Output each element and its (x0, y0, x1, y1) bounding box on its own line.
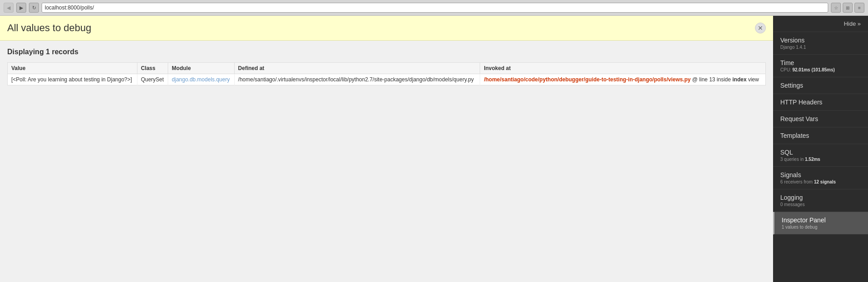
sidebar-label-templates: Templates (780, 132, 861, 139)
module-link[interactable]: django.db.models.query (172, 76, 230, 83)
sidebar: Hide » Versions Django 1.4.1 Time CPU: 9… (773, 16, 868, 282)
sidebar-label-request-vars: Request Vars (780, 115, 861, 122)
sidebar-label-time: Time (780, 59, 861, 66)
sidebar-sub-sql: 3 queries in 1.52ms (780, 157, 861, 162)
sidebar-sub-inspector-panel: 1 values to debug (782, 225, 861, 230)
sidebar-sub-logging: 0 messages (780, 202, 861, 207)
hide-button[interactable]: Hide » (773, 16, 868, 32)
sql-value: 1.52ms (805, 157, 820, 162)
signals-prefix: 6 receivers from (780, 179, 814, 184)
back-button[interactable]: ◀ (4, 3, 14, 13)
invoked-at-view-label: view (748, 76, 759, 83)
time-value: 92.01ms (101.85ms) (793, 67, 835, 72)
sidebar-label-signals: Signals (780, 171, 861, 179)
page-title: All values to debug (7, 22, 91, 34)
col-header-module: Module (168, 63, 235, 74)
sidebar-label-http-headers: HTTP Headers (780, 99, 861, 106)
refresh-button[interactable]: ↻ (29, 3, 39, 13)
menu-button[interactable]: ≡ (854, 3, 864, 13)
sidebar-label-settings: Settings (780, 82, 861, 89)
invoked-at-function: index (732, 76, 746, 83)
refresh-icon: ↻ (32, 5, 36, 11)
bookmark-icon: ⊞ (846, 5, 849, 10)
content-area: All values to debug ✕ Displaying 1 recor… (0, 16, 773, 282)
close-button[interactable]: ✕ (755, 23, 766, 33)
sidebar-label-sql: SQL (780, 149, 861, 156)
star-button[interactable]: ☆ (831, 3, 841, 13)
page-body: Displaying 1 records Value Class Module … (0, 41, 773, 282)
cell-module: django.db.models.query (168, 74, 235, 85)
col-header-invoked-at: Invoked at (480, 63, 766, 74)
sidebar-sub-signals: 6 receivers from 12 signals (780, 179, 861, 184)
url-text: localhost:8000/polls/ (45, 5, 94, 11)
sidebar-sub-versions: Django 1.4.1 (780, 45, 861, 50)
page-header: All values to debug ✕ (0, 16, 773, 41)
sidebar-item-time[interactable]: Time CPU: 92.01ms (101.85ms) (773, 55, 868, 77)
invoked-path[interactable]: /home/santiago/code/python/debugger/guid… (484, 76, 690, 83)
invoked-at-separator: @ line (692, 76, 709, 83)
cell-value: [<Poll: Are you learning about testing i… (8, 74, 137, 85)
address-bar[interactable]: localhost:8000/polls/ (42, 3, 828, 13)
star-icon: ☆ (834, 5, 838, 10)
sql-prefix: 3 queries in (780, 157, 805, 162)
sidebar-sub-time: CPU: 92.01ms (101.85ms) (780, 67, 861, 72)
sidebar-item-templates[interactable]: Templates (773, 127, 868, 144)
time-prefix: CPU: (780, 67, 793, 72)
sidebar-item-signals[interactable]: Signals 6 receivers from 12 signals (773, 167, 868, 189)
browser-chrome: ◀ ▶ ↻ localhost:8000/polls/ ☆ ⊞ ≡ (0, 0, 868, 16)
debug-table: Value Class Module Defined at Invoked at… (7, 62, 766, 85)
cell-class: QuerySet (137, 74, 168, 85)
sidebar-item-request-vars[interactable]: Request Vars (773, 111, 868, 127)
table-header-row: Value Class Module Defined at Invoked at (8, 63, 766, 74)
sidebar-item-http-headers[interactable]: HTTP Headers (773, 94, 868, 111)
back-icon: ◀ (7, 5, 10, 11)
sidebar-label-inspector-panel: Inspector Panel (782, 216, 861, 224)
sidebar-item-sql[interactable]: SQL 3 queries in 1.52ms (773, 144, 868, 167)
sidebar-item-versions[interactable]: Versions Django 1.4.1 (773, 32, 868, 55)
invoked-at-line: 13 (709, 76, 715, 83)
signals-value: 12 signals (814, 179, 835, 184)
forward-button[interactable]: ▶ (16, 3, 26, 13)
cell-defined-at: /home/santiago/.virtualenvs/inspector/lo… (234, 74, 480, 85)
invoked-at-inside: inside (717, 76, 732, 83)
bookmark-button[interactable]: ⊞ (843, 3, 853, 13)
col-header-class: Class (137, 63, 168, 74)
menu-icon: ≡ (858, 5, 861, 10)
sidebar-item-settings[interactable]: Settings (773, 77, 868, 94)
browser-actions: ☆ ⊞ ≡ (831, 3, 864, 13)
sidebar-item-logging[interactable]: Logging 0 messages (773, 189, 868, 212)
cell-invoked-at: /home/santiago/code/python/debugger/guid… (480, 74, 766, 85)
col-header-value: Value (8, 63, 137, 74)
records-count: Displaying 1 records (7, 48, 766, 56)
table-row: [<Poll: Are you learning about testing i… (8, 74, 766, 85)
main-layout: All values to debug ✕ Displaying 1 recor… (0, 16, 868, 282)
col-header-defined-at: Defined at (234, 63, 480, 74)
forward-icon: ▶ (19, 5, 23, 11)
sidebar-item-inspector-panel[interactable]: Inspector Panel 1 values to debug (773, 212, 868, 235)
sidebar-label-logging: Logging (780, 194, 861, 201)
sidebar-label-versions: Versions (780, 37, 861, 44)
